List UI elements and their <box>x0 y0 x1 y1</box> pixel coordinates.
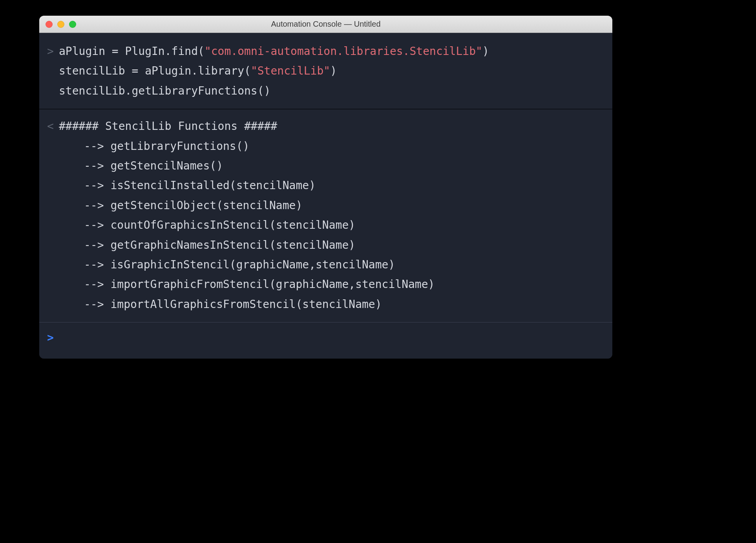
gutter-spacer <box>47 196 59 215</box>
minimize-button[interactable] <box>57 21 64 28</box>
output-items: --> getLibraryFunctions() --> getStencil… <box>47 137 604 315</box>
output-item: --> importAllGraphicsFromStencil(stencil… <box>47 295 604 314</box>
gutter-spacer <box>47 215 59 235</box>
string-literal: "StencilLib" <box>251 61 330 81</box>
input-prompt-icon: > <box>47 42 59 61</box>
traffic-lights <box>46 21 76 28</box>
window-title: Automation Console — Untitled <box>39 20 612 29</box>
code-text: aPlugin = PlugIn.find( <box>59 42 205 61</box>
code-text: stencilLib.getLibraryFunctions() <box>59 81 270 101</box>
input-line-2: stencilLib = aPlugin.library("StencilLib… <box>47 61 604 81</box>
output-section: < ###### StencilLib Functions ##### --> … <box>39 109 612 323</box>
output-header-line: < ###### StencilLib Functions ##### <box>47 117 604 136</box>
input-section: > aPlugin = PlugIn.find("com.omni-automa… <box>39 33 612 109</box>
console-body: > aPlugin = PlugIn.find("com.omni-automa… <box>39 33 612 359</box>
output-item: --> getLibraryFunctions() <box>47 137 604 156</box>
gutter-spacer <box>47 176 59 195</box>
string-literal: "com.omni-automation.libraries.StencilLi… <box>205 42 482 61</box>
gutter-spacer <box>47 295 59 314</box>
output-item-text: --> getStencilNames() <box>59 156 223 176</box>
output-item: --> getGraphicNamesInStencil(stencilName… <box>47 235 604 255</box>
output-prompt-icon: < <box>47 117 59 136</box>
output-item: --> countOfGraphicsInStencil(stencilName… <box>47 215 604 235</box>
gutter-spacer <box>47 137 59 156</box>
code-text: ) <box>330 61 337 81</box>
maximize-button[interactable] <box>69 21 76 28</box>
input-line-1: > aPlugin = PlugIn.find("com.omni-automa… <box>47 42 604 61</box>
gutter-spacer <box>47 275 59 294</box>
output-item: --> getStencilObject(stencilName) <box>47 196 604 215</box>
prompt-section[interactable]: > <box>39 323 612 359</box>
output-item-text: --> isGraphicInStencil(graphicName,stenc… <box>59 255 395 275</box>
output-item: --> isStencilInstalled(stencilName) <box>47 176 604 195</box>
output-item: --> importGraphicFromStencil(graphicName… <box>47 275 604 294</box>
output-item: --> isGraphicInStencil(graphicName,stenc… <box>47 255 604 275</box>
gutter-spacer <box>47 61 59 81</box>
output-item-text: --> getLibraryFunctions() <box>59 137 249 156</box>
output-item-text: --> importAllGraphicsFromStencil(stencil… <box>59 295 382 314</box>
output-item-text: --> importGraphicFromStencil(graphicName… <box>59 275 435 294</box>
output-item-text: --> countOfGraphicsInStencil(stencilName… <box>59 215 355 235</box>
prompt-icon: > <box>47 328 59 348</box>
code-text: ) <box>482 42 489 61</box>
console-window: Automation Console — Untitled > aPlugin … <box>39 16 612 359</box>
output-item-text: --> getGraphicNamesInStencil(stencilName… <box>59 235 355 255</box>
code-text: stencilLib = aPlugin.library( <box>59 61 251 81</box>
prompt-line[interactable]: > <box>47 328 604 348</box>
output-item-text: --> isStencilInstalled(stencilName) <box>59 176 316 195</box>
gutter-spacer <box>47 156 59 176</box>
output-item: --> getStencilNames() <box>47 156 604 176</box>
titlebar[interactable]: Automation Console — Untitled <box>39 16 612 33</box>
close-button[interactable] <box>46 21 53 28</box>
output-item-text: --> getStencilObject(stencilName) <box>59 196 302 215</box>
input-line-3: stencilLib.getLibraryFunctions() <box>47 81 604 101</box>
output-header: ###### StencilLib Functions ##### <box>59 117 277 136</box>
gutter-spacer <box>47 255 59 275</box>
gutter-spacer <box>47 235 59 255</box>
gutter-spacer <box>47 81 59 101</box>
